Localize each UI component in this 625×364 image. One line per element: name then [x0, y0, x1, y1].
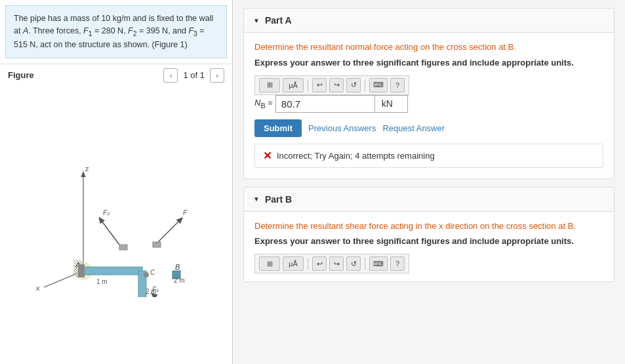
- part-b-toolbar-help-btn[interactable]: ?: [390, 256, 405, 271]
- part-b-undo-icon: ↩: [317, 260, 323, 268]
- part-b-toolbar-matrix-btn[interactable]: ⊞: [259, 256, 280, 271]
- svg-text:F₂: F₂: [103, 209, 110, 216]
- part-a-submit-btn[interactable]: Submit: [254, 119, 302, 137]
- toolbar-help-btn[interactable]: ?: [390, 78, 405, 92]
- svg-point-21: [144, 272, 149, 277]
- svg-text:x: x: [36, 284, 40, 292]
- part-a-feedback: ✕ Incorrect; Try Again; 4 attempts remai…: [254, 144, 603, 168]
- part-a-input[interactable]: [276, 96, 374, 112]
- svg-text:F₁: F₁: [152, 286, 159, 293]
- part-b-question: Determine the resultant shear force acti…: [254, 220, 603, 233]
- matrix-icon: ⊞: [267, 81, 273, 89]
- svg-text:1 m: 1 m: [96, 278, 108, 285]
- toolbar-sep-1: [308, 79, 308, 91]
- svg-rect-24: [153, 242, 161, 247]
- part-b-body: Determine the resultant shear force acti…: [244, 212, 614, 282]
- svg-line-15: [100, 218, 119, 245]
- part-b-toolbar-redo-btn[interactable]: ↪: [329, 256, 344, 271]
- figure-area: z x A 1 m 2 m B 2 m: [0, 87, 232, 364]
- toolbar-mu-btn[interactable]: μÅ: [283, 78, 304, 92]
- part-a-request-answer-link[interactable]: Request Answer: [382, 123, 445, 133]
- part-b-instruction: Express your answer to three significant…: [254, 236, 603, 246]
- figure-label: Figure: [8, 70, 34, 80]
- figure-nav-count: 1 of 1: [180, 70, 207, 80]
- part-a-triangle: ▼: [253, 17, 260, 24]
- part-b-toolbar-sep-1: [308, 258, 308, 270]
- right-panel: ▼ Part A Determine the resultant normal …: [233, 0, 625, 364]
- part-a-toolbar: ⊞ μÅ ↩ ↪ ↺ ⌨ ?: [254, 75, 409, 95]
- part-b-triangle: ▼: [253, 195, 260, 203]
- part-b-toolbar-undo-btn[interactable]: ↩: [312, 256, 327, 271]
- keyboard-icon: ⌨: [373, 81, 384, 89]
- part-b-toolbar-keyboard-btn[interactable]: ⌨: [369, 256, 388, 271]
- part-b-toolbar: ⊞ μÅ ↩ ↪ ↺ ⌨ ?: [254, 254, 409, 273]
- mu-icon: μÅ: [289, 81, 298, 89]
- svg-text:B: B: [175, 263, 180, 271]
- part-a-header[interactable]: ▼ Part A: [244, 9, 614, 33]
- part-b-mu-icon: μÅ: [289, 260, 298, 268]
- part-b-matrix-icon: ⊞: [267, 260, 273, 268]
- refresh-icon: ↺: [351, 81, 357, 89]
- toolbar-undo-btn[interactable]: ↩: [312, 78, 327, 92]
- part-a-prev-answers-link[interactable]: Previous Answers: [308, 123, 376, 133]
- part-a-section: ▼ Part A Determine the resultant normal …: [243, 8, 615, 179]
- help-icon: ?: [395, 81, 399, 89]
- part-a-body: Determine the resultant normal force act…: [244, 33, 614, 178]
- part-a-question: Determine the resultant normal force act…: [254, 41, 603, 54]
- redo-icon: ↪: [334, 81, 340, 89]
- part-b-section: ▼ Part B Determine the resultant shear f…: [243, 187, 615, 283]
- toolbar-sep-2: [365, 79, 365, 91]
- part-b-toolbar-mu-btn[interactable]: μÅ: [283, 256, 304, 271]
- svg-text:F: F: [183, 209, 188, 216]
- toolbar-refresh-btn[interactable]: ↺: [346, 78, 361, 92]
- svg-text:z: z: [85, 165, 89, 172]
- part-b-toolbar-refresh-btn[interactable]: ↺: [346, 256, 361, 271]
- part-b-label: Part B: [265, 194, 292, 205]
- toolbar-matrix-btn[interactable]: ⊞: [259, 78, 280, 92]
- problem-text: The pipe has a mass of 10 kg/m and is fi…: [5, 5, 227, 58]
- figure-nav: ‹ 1 of 1 ›: [163, 68, 224, 83]
- svg-rect-7: [83, 267, 142, 275]
- undo-icon: ↩: [317, 81, 323, 89]
- part-b-redo-icon: ↪: [334, 260, 340, 268]
- part-b-refresh-icon: ↺: [351, 260, 357, 268]
- part-b-header[interactable]: ▼ Part B: [244, 188, 614, 212]
- part-b-keyboard-icon: ⌨: [373, 260, 384, 268]
- part-a-answer-box: kN: [275, 95, 408, 113]
- part-a-input-row: NB = kN: [254, 95, 603, 113]
- part-b-help-icon: ?: [395, 260, 399, 268]
- svg-text:C: C: [150, 269, 155, 276]
- figure-header: Figure ‹ 1 of 1 ›: [0, 64, 232, 87]
- svg-line-17: [155, 218, 182, 245]
- part-b-toolbar-sep-2: [365, 258, 365, 270]
- part-a-instruction: Express your answer to three significant…: [254, 58, 603, 68]
- part-a-action-row: Submit Previous Answers Request Answer: [254, 119, 603, 137]
- svg-text:2 m: 2 m: [174, 277, 185, 284]
- figure-svg: z x A 1 m 2 m B 2 m: [24, 153, 208, 297]
- svg-rect-25: [78, 264, 85, 277]
- left-panel: The pipe has a mass of 10 kg/m and is fi…: [0, 0, 233, 364]
- feedback-text: Incorrect; Try Again; 4 attempts remaini…: [277, 151, 435, 161]
- feedback-x-icon: ✕: [263, 150, 272, 162]
- part-a-input-label: NB =: [254, 98, 273, 110]
- figure-prev-btn[interactable]: ‹: [163, 68, 178, 83]
- svg-rect-23: [119, 245, 127, 250]
- part-a-label: Part A: [265, 15, 292, 26]
- figure-next-btn[interactable]: ›: [210, 68, 224, 83]
- toolbar-keyboard-btn[interactable]: ⌨: [369, 78, 388, 92]
- toolbar-redo-btn[interactable]: ↪: [329, 78, 344, 92]
- part-a-unit: kN: [374, 96, 407, 112]
- problem-text-content: The pipe has a mass of 10 kg/m and is fi…: [14, 14, 213, 49]
